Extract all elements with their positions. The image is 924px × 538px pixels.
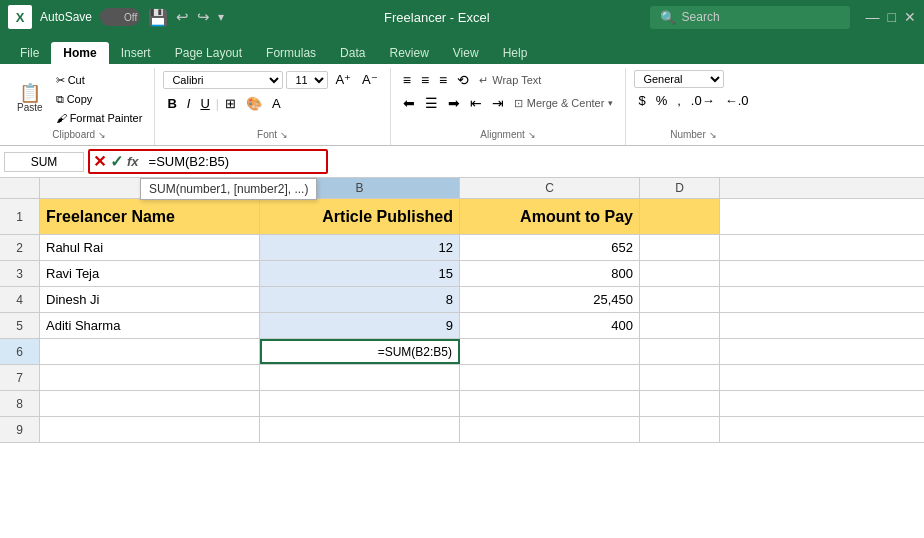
tab-data[interactable]: Data bbox=[328, 42, 377, 64]
cell-b3[interactable]: 15 bbox=[260, 261, 460, 286]
row-header-7[interactable]: 7 bbox=[0, 365, 40, 391]
cell-d1[interactable] bbox=[640, 199, 720, 234]
cell-d3[interactable] bbox=[640, 261, 720, 286]
cell-b8[interactable] bbox=[260, 391, 460, 416]
font-size-selector[interactable]: 11 bbox=[286, 71, 328, 89]
font-color-button[interactable]: A bbox=[268, 94, 285, 113]
cell-b4[interactable]: 8 bbox=[260, 287, 460, 312]
tab-home[interactable]: Home bbox=[51, 42, 108, 64]
cell-d8[interactable] bbox=[640, 391, 720, 416]
copy-button[interactable]: ⧉ Copy bbox=[52, 91, 147, 108]
tab-insert[interactable]: Insert bbox=[109, 42, 163, 64]
align-left-button[interactable]: ⬅ bbox=[399, 93, 419, 113]
col-header-d[interactable]: D bbox=[640, 178, 720, 198]
cell-a1[interactable]: Freelancer Name bbox=[40, 199, 260, 234]
paste-button[interactable]: 📋 Paste bbox=[12, 81, 48, 116]
cell-c7[interactable] bbox=[460, 365, 640, 390]
comma-button[interactable]: , bbox=[673, 91, 685, 110]
cut-button[interactable]: ✂ Cut bbox=[52, 72, 147, 89]
wrap-text-button[interactable]: ↵ Wrap Text bbox=[475, 70, 545, 90]
merge-center-button[interactable]: ⊡ Merge & Center ▾ bbox=[510, 93, 618, 113]
cell-d6[interactable] bbox=[640, 339, 720, 364]
col-header-c[interactable]: C bbox=[460, 178, 640, 198]
bold-button[interactable]: B bbox=[163, 94, 180, 113]
cell-b7[interactable] bbox=[260, 365, 460, 390]
number-format-selector[interactable]: General bbox=[634, 70, 724, 88]
format-painter-button[interactable]: 🖌 Format Painter bbox=[52, 110, 147, 126]
cell-c2[interactable]: 652 bbox=[460, 235, 640, 260]
cell-a9[interactable] bbox=[40, 417, 260, 442]
cell-a3[interactable]: Ravi Teja bbox=[40, 261, 260, 286]
tab-review[interactable]: Review bbox=[377, 42, 440, 64]
cell-b5[interactable]: 9 bbox=[260, 313, 460, 338]
border-button[interactable]: ⊞ bbox=[221, 94, 240, 113]
search-box[interactable]: 🔍 Search bbox=[650, 6, 850, 29]
cell-a7[interactable] bbox=[40, 365, 260, 390]
align-right-button[interactable]: ➡ bbox=[444, 93, 464, 113]
cell-a6[interactable] bbox=[40, 339, 260, 364]
cell-b2[interactable]: 12 bbox=[260, 235, 460, 260]
cell-a8[interactable] bbox=[40, 391, 260, 416]
row-header-1[interactable]: 1 bbox=[0, 199, 40, 235]
indent-decrease-button[interactable]: ⇤ bbox=[466, 93, 486, 113]
customize-icon[interactable]: ▾ bbox=[218, 10, 224, 24]
decrease-font-button[interactable]: A⁻ bbox=[358, 70, 382, 89]
align-top-center-button[interactable]: ≡ bbox=[417, 70, 433, 90]
formula-confirm-button[interactable]: ✓ bbox=[110, 152, 123, 171]
save-icon[interactable]: 💾 bbox=[148, 8, 168, 27]
align-top-right-button[interactable]: ≡ bbox=[435, 70, 451, 90]
formula-cancel-button[interactable]: ✕ bbox=[93, 152, 106, 171]
tab-view[interactable]: View bbox=[441, 42, 491, 64]
autosave-toggle[interactable]: Off bbox=[100, 8, 140, 26]
alignment-expand-icon[interactable]: ↘ bbox=[528, 130, 536, 140]
decimal-decrease-button[interactable]: ←.0 bbox=[721, 91, 753, 110]
row-header-9[interactable]: 9 bbox=[0, 417, 40, 443]
redo-icon[interactable]: ↪ bbox=[197, 8, 210, 26]
cell-a5[interactable]: Aditi Sharma bbox=[40, 313, 260, 338]
currency-button[interactable]: $ bbox=[634, 91, 649, 110]
row-header-2[interactable]: 2 bbox=[0, 235, 40, 261]
row-header-8[interactable]: 8 bbox=[0, 391, 40, 417]
name-box[interactable] bbox=[4, 152, 84, 172]
fill-color-button[interactable]: 🎨 bbox=[242, 94, 266, 113]
cell-d5[interactable] bbox=[640, 313, 720, 338]
cell-b1[interactable]: Article Published bbox=[260, 199, 460, 234]
undo-icon[interactable]: ↩ bbox=[176, 8, 189, 26]
cell-d2[interactable] bbox=[640, 235, 720, 260]
orientation-button[interactable]: ⟲ bbox=[453, 70, 473, 90]
formula-input[interactable] bbox=[143, 152, 323, 171]
row-header-6[interactable]: 6 bbox=[0, 339, 40, 365]
merge-dropdown-icon[interactable]: ▾ bbox=[608, 98, 613, 108]
number-expand-icon[interactable]: ↘ bbox=[709, 130, 717, 140]
cell-c3[interactable]: 800 bbox=[460, 261, 640, 286]
cell-a2[interactable]: Rahul Rai bbox=[40, 235, 260, 260]
align-center-button[interactable]: ☰ bbox=[421, 93, 442, 113]
cell-c6[interactable] bbox=[460, 339, 640, 364]
align-top-left-button[interactable]: ≡ bbox=[399, 70, 415, 90]
indent-increase-button[interactable]: ⇥ bbox=[488, 93, 508, 113]
font-expand-icon[interactable]: ↘ bbox=[280, 130, 288, 140]
tab-page-layout[interactable]: Page Layout bbox=[163, 42, 254, 64]
tab-file[interactable]: File bbox=[8, 42, 51, 64]
maximize-icon[interactable]: □ bbox=[888, 9, 896, 25]
italic-button[interactable]: I bbox=[183, 94, 195, 113]
cell-c5[interactable]: 400 bbox=[460, 313, 640, 338]
row-header-5[interactable]: 5 bbox=[0, 313, 40, 339]
cell-c9[interactable] bbox=[460, 417, 640, 442]
decimal-increase-button[interactable]: .0→ bbox=[687, 91, 719, 110]
cell-c1[interactable]: Amount to Pay bbox=[460, 199, 640, 234]
cell-b9[interactable] bbox=[260, 417, 460, 442]
tab-help[interactable]: Help bbox=[491, 42, 540, 64]
cell-c4[interactable]: 25,450 bbox=[460, 287, 640, 312]
minimize-icon[interactable]: — bbox=[866, 9, 880, 25]
cell-d7[interactable] bbox=[640, 365, 720, 390]
tab-formulas[interactable]: Formulas bbox=[254, 42, 328, 64]
cell-d9[interactable] bbox=[640, 417, 720, 442]
close-icon[interactable]: ✕ bbox=[904, 9, 916, 25]
percent-button[interactable]: % bbox=[652, 91, 672, 110]
underline-button[interactable]: U bbox=[196, 94, 213, 113]
cell-b6[interactable]: =SUM(B2:B5) bbox=[260, 339, 460, 364]
cell-d4[interactable] bbox=[640, 287, 720, 312]
row-header-3[interactable]: 3 bbox=[0, 261, 40, 287]
font-name-selector[interactable]: Calibri bbox=[163, 71, 283, 89]
